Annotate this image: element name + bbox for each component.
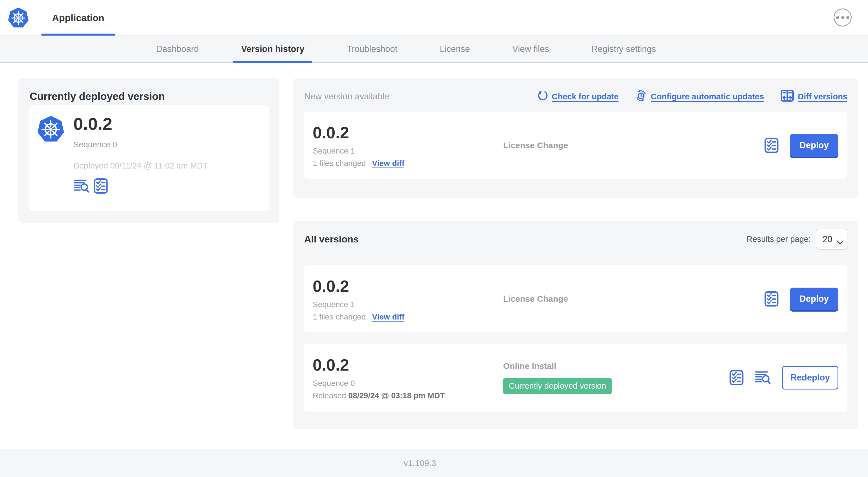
logs-icon[interactable]	[755, 371, 771, 384]
source-label: License Change	[503, 141, 568, 150]
check-for-update-label: Check for update	[552, 92, 619, 101]
diff-versions-link[interactable]: Diff versions	[781, 90, 847, 103]
deployed-version-card: 0.0.2 Sequence 0 Deployed 09/11/24 @ 11:…	[29, 105, 269, 211]
app-logo-icon	[8, 7, 29, 28]
console-version: v1.109.3	[404, 458, 436, 468]
app-nav-tabs: Dashboard Version history Troubleshoot L…	[0, 35, 868, 63]
new-version-section: New version available Check for update C…	[293, 78, 858, 199]
version-sequence: Sequence 1	[313, 147, 404, 155]
redeploy-button[interactable]: Redeploy	[782, 366, 838, 389]
results-per-page-label: Results per page:	[747, 235, 811, 244]
diff-icon	[781, 90, 794, 103]
top-header: Application	[0, 0, 868, 35]
files-changed-label: 1 files changed	[313, 312, 366, 322]
tab-troubleshoot[interactable]: Troubleshoot	[347, 36, 398, 62]
configure-automatic-updates-link[interactable]: Configure automatic updates	[636, 90, 764, 103]
update-links: Check for update Configure automatic upd…	[537, 90, 847, 103]
deployed-version-number: 0.0.2	[73, 114, 208, 134]
tab-registry-settings[interactable]: Registry settings	[591, 36, 656, 62]
version-actions: Redeploy	[730, 366, 838, 389]
new-version-title: New version available	[304, 91, 390, 101]
results-per-page: Results per page: 20	[747, 229, 847, 249]
version-row: 0.0.2 Sequence 1 1 files changed View di…	[304, 265, 847, 332]
all-versions-section: All versions Results per page: 20 0.0.2 …	[293, 221, 858, 429]
ellipsis-icon	[841, 16, 844, 19]
diff-versions-label: Diff versions	[798, 92, 847, 101]
source-label: License Change	[503, 294, 568, 304]
version-number: 0.0.2	[313, 123, 404, 142]
release-notes-icon[interactable]	[765, 138, 779, 153]
deploy-button[interactable]: Deploy	[790, 134, 838, 157]
deployed-timestamp: Deployed 09/11/24 @ 11:02 am MDT	[73, 161, 208, 171]
currently-deployed-badge: Currently deployed version	[503, 378, 612, 394]
version-source: Online Install Currently deployed versio…	[503, 361, 612, 394]
check-for-update-link[interactable]: Check for update	[537, 90, 619, 103]
app-tab-label: Application	[52, 12, 104, 23]
results-per-page-select[interactable]: 20	[816, 229, 847, 249]
refresh-icon	[537, 90, 548, 103]
release-notes-icon[interactable]	[765, 291, 779, 306]
view-diff-link[interactable]: View diff	[372, 159, 404, 168]
files-changed-row: 1 files changed View diff	[313, 159, 404, 168]
configure-automatic-updates-label: Configure automatic updates	[651, 92, 764, 101]
version-number: 0.0.2	[313, 277, 404, 296]
version-source: License Change	[503, 294, 568, 304]
source-label: Online Install	[503, 361, 612, 371]
version-info: 0.0.2 Sequence 1 1 files changed View di…	[313, 123, 404, 168]
released-label: Released	[313, 391, 346, 400]
tab-view-files[interactable]: View files	[512, 36, 549, 62]
files-changed-row: 1 files changed View diff	[313, 312, 404, 322]
release-notes-icon[interactable]	[730, 370, 744, 385]
version-row: 0.0.2 Sequence 0 Released08/29/24 @ 03:1…	[304, 344, 847, 412]
results-per-page-select-wrap: 20	[816, 229, 847, 249]
new-version-card: 0.0.2 Sequence 1 1 files changed View di…	[304, 112, 847, 179]
deployed-sequence: Sequence 0	[73, 140, 208, 149]
version-info: 0.0.2 Sequence 1 1 files changed View di…	[313, 277, 404, 322]
version-source: License Change	[503, 141, 568, 150]
app-version-logo-icon	[37, 115, 64, 143]
version-sequence: Sequence 0	[313, 379, 445, 388]
released-row: Released08/29/24 @ 03:18 pm MDT	[313, 391, 445, 400]
admin-console-page: Application Dashboard Version history Tr…	[0, 0, 868, 477]
footer: v1.109.3	[0, 449, 868, 477]
logs-icon[interactable]	[73, 179, 89, 193]
version-actions: Deploy	[765, 134, 838, 157]
tab-dashboard[interactable]: Dashboard	[156, 36, 199, 62]
ellipsis-icon	[846, 16, 849, 19]
overflow-menu-button[interactable]	[834, 8, 851, 27]
app-tab[interactable]: Application	[41, 0, 115, 35]
version-sequence: Sequence 1	[313, 300, 404, 309]
all-versions-title: All versions	[304, 234, 359, 245]
deployed-version-info: 0.0.2 Sequence 0 Deployed 09/11/24 @ 11:…	[73, 114, 208, 193]
all-versions-header: All versions Results per page: 20	[293, 221, 858, 255]
clock-sync-icon	[636, 90, 647, 103]
currently-deployed-card: Currently deployed version 0.0.2 Sequenc…	[18, 78, 279, 223]
tab-version-history[interactable]: Version history	[241, 36, 305, 62]
deploy-button[interactable]: Deploy	[790, 288, 838, 310]
version-number: 0.0.2	[313, 355, 445, 374]
tab-license[interactable]: License	[440, 36, 470, 62]
release-notes-icon[interactable]	[94, 178, 108, 193]
view-diff-link[interactable]: View diff	[372, 312, 404, 322]
version-info: 0.0.2 Sequence 0 Released08/29/24 @ 03:1…	[313, 355, 445, 400]
currently-deployed-title: Currently deployed version	[30, 91, 268, 102]
ellipsis-icon	[836, 16, 839, 19]
deployed-actions	[73, 178, 208, 193]
files-changed-label: 1 files changed	[313, 159, 366, 168]
version-actions: Deploy	[765, 288, 838, 310]
new-version-header: New version available Check for update C…	[293, 78, 858, 112]
released-timestamp: 08/29/24 @ 03:18 pm MDT	[348, 391, 445, 400]
